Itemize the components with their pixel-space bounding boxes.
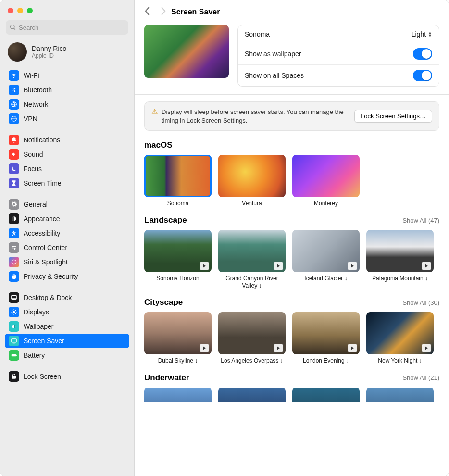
screensaver-thumb <box>292 230 360 272</box>
sidebar-item-appearance[interactable]: Appearance <box>5 212 129 226</box>
sidebar-item-general[interactable]: General <box>5 197 129 212</box>
wp-icon <box>9 321 19 332</box>
screensaver-label: New York Night ↓ <box>366 357 434 364</box>
show-on-all-spaces-toggle[interactable] <box>413 70 432 81</box>
moon-icon <box>9 163 19 174</box>
sidebar-item-siri-spotlight[interactable]: Siri & Spotlight <box>5 255 129 269</box>
sidebar-item-network[interactable]: Network <box>5 97 129 112</box>
sidebar-item-privacy-security[interactable]: Privacy & Security <box>5 269 129 284</box>
screensaver-card[interactable]: Dubai Skyline ↓ <box>144 312 212 364</box>
sidebar-item-vpn[interactable]: VPN <box>5 112 129 126</box>
screensaver-card[interactable] <box>292 388 360 402</box>
screensaver-card[interactable]: Sonoma <box>144 155 212 207</box>
screensaver-card[interactable] <box>144 388 212 402</box>
sidebar-item-sound[interactable]: Sound <box>5 147 129 162</box>
show-all-link[interactable]: Show All (21) <box>402 374 439 381</box>
zoom-window[interactable] <box>27 8 33 13</box>
account-row[interactable]: Danny Rico Apple ID <box>0 38 134 68</box>
screensaver-label: Grand Canyon River Valley ↓ <box>218 275 286 289</box>
back-button[interactable] <box>144 7 150 17</box>
screensaver-card[interactable]: Sonoma Horizon <box>144 230 212 289</box>
sidebar-item-accessibility[interactable]: Accessibility <box>5 226 129 240</box>
screensaver-label: Iceland Glacier ↓ <box>292 275 360 282</box>
close-window[interactable] <box>8 8 13 13</box>
show-as-wallpaper-toggle[interactable] <box>413 48 432 60</box>
dock-icon <box>9 292 19 303</box>
screensaver-label: Dubai Skyline ↓ <box>144 357 212 364</box>
sidebar-nav: Wi-FiBluetoothNetworkVPNNotificationsSou… <box>0 68 134 476</box>
screensaver-card[interactable]: Patagonia Mountain ↓ <box>366 230 434 289</box>
sidebar-item-label: Siri & Spotlight <box>24 258 68 266</box>
window-controls <box>0 0 134 18</box>
sidebar-item-lock-screen[interactable]: Lock Screen <box>5 369 129 384</box>
screensaver-thumb <box>144 388 212 402</box>
avatar <box>8 42 27 62</box>
screensaver-label: Los Angeles Overpass ↓ <box>218 357 286 364</box>
snd-icon <box>9 149 19 160</box>
screensaver-card[interactable]: Iceland Glacier ↓ <box>292 230 360 289</box>
current-name: Sonoma <box>245 30 270 38</box>
sidebar-item-bluetooth[interactable]: Bluetooth <box>5 83 129 97</box>
svg-point-0 <box>11 25 14 29</box>
forward-button <box>160 7 166 17</box>
show-all-link[interactable]: Show All (47) <box>402 217 439 224</box>
svg-line-18 <box>12 310 12 311</box>
screensaver-thumb <box>218 312 286 354</box>
net-icon <box>9 99 19 110</box>
screensaver-thumb <box>218 388 286 402</box>
svg-point-9 <box>14 248 15 249</box>
sidebar: Search Danny Rico Apple ID Wi-FiBluetoot… <box>0 0 135 476</box>
svg-line-19 <box>15 313 16 314</box>
sidebar-item-displays[interactable]: Displays <box>5 305 129 319</box>
sidebar-item-desktop-dock[interactable]: Desktop & Dock <box>5 290 129 305</box>
screensaver-card[interactable]: New York Night ↓ <box>366 312 434 364</box>
sidebar-item-notifications[interactable]: Notifications <box>5 133 129 147</box>
screensaver-card[interactable] <box>218 388 286 402</box>
screensaver-label: Ventura <box>218 200 286 207</box>
play-icon <box>200 344 209 352</box>
appearance-mode-dropdown[interactable]: Light ▲▼ <box>412 30 432 38</box>
hg-icon <box>9 178 19 188</box>
screensaver-card[interactable]: Ventura <box>218 155 286 207</box>
search-input[interactable]: Search <box>6 20 128 35</box>
warning-icon: ⚠︎ <box>151 108 158 115</box>
screensaver-card[interactable] <box>366 388 434 402</box>
siri-icon <box>9 257 19 267</box>
sidebar-item-label: Control Center <box>24 244 67 251</box>
play-icon <box>200 262 209 270</box>
sidebar-item-label: Privacy & Security <box>24 273 78 280</box>
sidebar-item-label: Battery <box>24 351 45 359</box>
sidebar-item-wallpaper[interactable]: Wallpaper <box>5 319 129 334</box>
sidebar-item-label: VPN <box>24 115 37 123</box>
svg-line-21 <box>15 310 16 311</box>
sidebar-item-battery[interactable]: Battery <box>5 348 129 363</box>
sidebar-item-focus[interactable]: Focus <box>5 162 129 176</box>
sidebar-item-screen-saver[interactable]: Screen Saver <box>5 334 129 348</box>
sidebar-item-label: Wallpaper <box>24 323 54 330</box>
sidebar-item-control-center[interactable]: Control Center <box>5 240 129 255</box>
play-icon <box>274 262 283 270</box>
section-title: macOS <box>144 140 173 150</box>
play-icon <box>422 262 431 270</box>
screensaver-card[interactable]: Los Angeles Overpass ↓ <box>218 312 286 364</box>
sidebar-item-label: Network <box>24 100 48 108</box>
screensaver-card[interactable]: Grand Canyon River Valley ↓ <box>218 230 286 289</box>
page-title: Screen Saver <box>171 8 220 16</box>
lock-screen-settings-button[interactable]: Lock Screen Settings… <box>354 110 432 123</box>
sidebar-item-label: Bluetooth <box>24 86 52 94</box>
minimize-window[interactable] <box>17 8 23 13</box>
sidebar-item-label: Displays <box>24 308 49 316</box>
screensaver-card[interactable]: London Evening ↓ <box>292 312 360 364</box>
screensaver-card[interactable]: Monterey <box>292 155 360 207</box>
sidebar-item-wi-fi[interactable]: Wi-Fi <box>5 68 129 83</box>
section-title: Underwater <box>144 373 189 383</box>
sidebar-item-label: Appearance <box>24 215 60 223</box>
sidebar-item-screen-time[interactable]: Screen Time <box>5 176 129 190</box>
options-panel: Sonoma Light ▲▼ Show as wallpaper Show o… <box>237 25 439 87</box>
svg-rect-11 <box>12 295 17 299</box>
bell-icon <box>9 135 19 145</box>
search-icon <box>10 24 16 31</box>
sidebar-item-label: Screen Saver <box>24 337 64 345</box>
show-all-link[interactable]: Show All (30) <box>402 299 439 306</box>
screensaver-thumb <box>218 155 286 197</box>
